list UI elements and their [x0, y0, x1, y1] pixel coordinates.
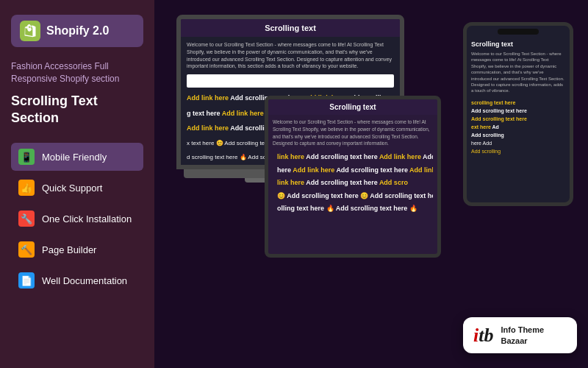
- feature-mobile-friendly[interactable]: 📱 Mobile Friendly: [11, 143, 143, 171]
- shopify-badge: Shopify 2.0: [11, 15, 143, 47]
- brand-main-title: Scrolling Text Section: [11, 93, 143, 127]
- main-content: Scrolling text Welcome to our Scrolling …: [154, 0, 588, 368]
- feature-quick-support[interactable]: 👍 Quick Support: [11, 174, 143, 202]
- phone-scroll-6: here Add: [471, 139, 565, 147]
- feature-label-support: Quick Support: [42, 183, 102, 194]
- feature-list: 📱 Mobile Friendly 👍 Quick Support 🔧 One …: [11, 143, 143, 294]
- tablet-screen-header: Scrolling text: [268, 99, 437, 115]
- feature-label-docs: Well Documentation: [42, 275, 127, 286]
- tablet-mockup: Scrolling text Welcome to our Scrolling …: [265, 96, 441, 258]
- feature-label-install: One Click Installation: [42, 213, 132, 224]
- builder-icon: 🔨: [18, 241, 35, 258]
- screen-header: Scrolling text: [181, 19, 400, 37]
- feature-label-mobile: Mobile Friendly: [42, 152, 107, 163]
- tablet-description: Welcome to our Scrolling Text Section - …: [273, 118, 433, 147]
- feature-page-builder[interactable]: 🔨 Page Builder: [11, 236, 143, 263]
- install-icon: 🔧: [18, 210, 35, 227]
- brand-title: Shopify 2.0: [46, 24, 109, 38]
- brand-subtitle: Fashion Accessories Full Responsive Shop…: [11, 60, 143, 85]
- feature-label-builder: Page Builder: [42, 244, 96, 255]
- phone-scroll-5: Add scrolling: [471, 131, 565, 139]
- tablet-frame: Scrolling text Welcome to our Scrolling …: [265, 96, 441, 258]
- tablet-scroll-1: link here Add scrolling text here Add li…: [273, 151, 433, 164]
- screen-description: Welcome to our Scrolling Text Section - …: [187, 41, 394, 70]
- feature-one-click-install[interactable]: 🔧 One Click Installation: [11, 205, 143, 233]
- itb-logo-icon: itb: [473, 326, 493, 345]
- tablet-scroll-fire: olling text here 🔥 Add scrolling text he…: [273, 202, 433, 216]
- docs-icon: 📄: [18, 272, 35, 289]
- tablet-title: Scrolling text: [274, 103, 431, 111]
- tablet-scroll-2: here Add link here Add scrolling text he…: [273, 164, 433, 177]
- feature-well-docs[interactable]: 📄 Well Documentation: [11, 266, 143, 294]
- left-panel: Shopify 2.0 Fashion Accessories Full Res…: [0, 0, 154, 368]
- phone-notch: [498, 29, 539, 35]
- tablet-scroll-emoji: 😊 Add scrolling text here 😊 Add scrollin…: [273, 190, 433, 203]
- screen-main-title: Scrolling text: [188, 24, 392, 32]
- phone-description: Welcome to our Scrolling Text Section - …: [471, 51, 565, 94]
- phone-title: Scrolling text: [471, 40, 565, 48]
- itb-company-name: Info ThemeBazaar: [501, 325, 544, 346]
- mobile-icon: 📱: [18, 149, 35, 165]
- phone-frame: Scrolling text Welcome to our Scrolling …: [463, 22, 573, 206]
- support-icon: 👍: [18, 180, 35, 196]
- phone-mockup: Scrolling text Welcome to our Scrolling …: [463, 22, 573, 206]
- tablet-screen-body: Welcome to our Scrolling Text Section - …: [268, 115, 437, 219]
- phone-scroll-2: Add scrolling text here: [471, 107, 565, 115]
- phone-content: Scrolling text Welcome to our Scrolling …: [467, 38, 570, 158]
- phone-scroll-7: Add scrolling: [471, 147, 565, 155]
- phone-scroll-3: Add scrolling text here: [471, 115, 565, 123]
- tablet-scroll-3: link here Add scrolling text here Add sc…: [273, 177, 433, 190]
- itb-badge: itb Info ThemeBazaar: [463, 317, 577, 353]
- phone-scroll-1: scrolling text here: [471, 99, 565, 107]
- itb-text: Info ThemeBazaar: [501, 325, 544, 346]
- phone-scroll-4: ext here Ad: [471, 123, 565, 131]
- shopify-logo-icon: [20, 21, 40, 41]
